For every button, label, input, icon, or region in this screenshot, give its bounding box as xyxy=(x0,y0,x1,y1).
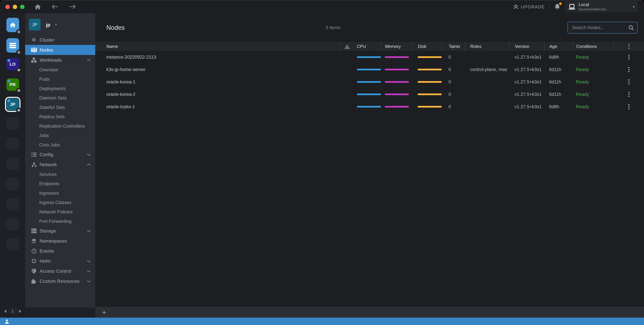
sidebar-cluster-header[interactable]: JP jp ▾ xyxy=(25,13,95,32)
table-row: instance-20220922-2113 0 v1.27.5+k3s1 6d… xyxy=(95,51,644,63)
laptop-icon xyxy=(568,4,576,9)
sidebar-item-endpoints[interactable]: Endpoints xyxy=(25,179,95,188)
sidebar-item-replication-controllers[interactable]: Replication Controllers xyxy=(25,121,95,131)
zoom-window-button[interactable] xyxy=(20,4,24,9)
age-value: 6d11h xyxy=(549,92,561,97)
column-header-roles[interactable]: Roles xyxy=(464,42,509,51)
rail-cluster-jp[interactable]: JP ☸ xyxy=(6,98,19,111)
sidebar-item-overview[interactable]: Overview xyxy=(25,65,95,74)
home-icon[interactable] xyxy=(34,4,41,9)
search-input[interactable] xyxy=(572,25,628,30)
cluster-initials: JP xyxy=(10,102,15,107)
sidebar-item-cron-jobs[interactable]: Cron Jobs xyxy=(25,140,95,149)
rail-home-button[interactable]: ⚙ xyxy=(6,18,19,32)
sidebar-item-label: Namespaces xyxy=(40,238,67,244)
window-controls xyxy=(5,4,24,9)
content-footer: + xyxy=(95,307,644,318)
memory-sparkline xyxy=(385,69,409,70)
app-window: UPGRADE Local lixuexindeMini.lan ▾ xyxy=(0,0,644,325)
sidebar-item-deployments[interactable]: Deployments xyxy=(25,84,95,93)
sidebar-item-workloads[interactable]: Workloads xyxy=(25,55,95,65)
sidebar-item-helm[interactable]: Helm xyxy=(25,256,95,266)
previous-page-arrow[interactable] xyxy=(4,310,6,313)
close-window-button[interactable] xyxy=(5,4,10,9)
version-value: v1.27.5+k3s1 xyxy=(514,67,542,72)
disk-sparkline xyxy=(418,106,442,108)
cpu-sparkline xyxy=(357,56,381,58)
disk-sparkline xyxy=(418,93,442,95)
sidebar-item-namespaces[interactable]: Namespaces xyxy=(25,236,95,246)
sidebar-item-access-control[interactable]: Access Control xyxy=(25,266,95,276)
column-header-taints[interactable]: Taints xyxy=(442,42,464,51)
rail-placeholder xyxy=(6,118,19,130)
table-actions-menu[interactable] xyxy=(614,42,644,51)
kubernetes-wheel-icon: ☸ xyxy=(16,108,22,113)
sidebar-item-cluster[interactable]: ☸ Cluster xyxy=(25,35,95,45)
add-tab-button[interactable]: + xyxy=(102,309,106,316)
kubernetes-wheel-icon: ☸ xyxy=(16,88,22,93)
sidebar-item-replica-sets[interactable]: Replica Sets xyxy=(25,112,95,121)
sidebar-item-config[interactable]: Config xyxy=(25,149,95,159)
column-header-warnings[interactable] xyxy=(340,42,354,51)
upgrade-button[interactable]: UPGRADE xyxy=(513,4,545,9)
node-name-link[interactable]: k3s-jp-home-server xyxy=(106,67,146,72)
sidebar-item-label: Stateful Sets xyxy=(39,105,65,110)
version-value: v1.27.5+k3s1 xyxy=(514,92,542,97)
minimize-window-button[interactable] xyxy=(13,4,17,9)
cluster-switcher[interactable]: Local lixuexindeMini.lan ▾ xyxy=(565,1,638,12)
back-icon[interactable] xyxy=(52,4,58,9)
rail-cluster-list-button[interactable]: ⚙ xyxy=(6,38,19,53)
node-name-link[interactable]: instance-20220922-2113 xyxy=(106,55,156,60)
sidebar-item-ingress-classes[interactable]: Ingress Classes xyxy=(25,198,95,207)
sidebar-item-daemon-sets[interactable]: Daemon Sets xyxy=(25,93,95,102)
column-header-conditions[interactable]: Conditions xyxy=(573,42,614,51)
node-name-link[interactable]: oracle-korea-1 xyxy=(106,79,136,84)
age-value: 6d8h xyxy=(549,104,559,109)
helm-icon xyxy=(31,258,37,264)
disk-sparkline xyxy=(418,69,442,70)
sidebar-item-events[interactable]: Events xyxy=(25,246,95,256)
cluster-status-dot xyxy=(7,99,10,102)
sidebar-item-network[interactable]: Network xyxy=(25,159,95,170)
rail-cluster-lo[interactable]: LO ☸ xyxy=(6,58,19,70)
next-page-arrow[interactable] xyxy=(19,310,21,313)
row-actions-kebab-icon[interactable] xyxy=(628,79,630,85)
column-header-name[interactable]: Name xyxy=(95,42,340,51)
node-name-link[interactable]: oracle-toyko-1 xyxy=(106,104,135,109)
sidebar-item-label: Access Control xyxy=(40,268,71,274)
rail-placeholder xyxy=(6,218,19,230)
forward-icon[interactable] xyxy=(69,4,76,9)
sidebar-item-pods[interactable]: Pods xyxy=(25,74,95,84)
cluster-wheel-icon: ☸ xyxy=(31,37,37,42)
column-header-age[interactable]: Age xyxy=(544,42,573,51)
sidebar-item-label: Network Policies xyxy=(39,209,73,214)
sidebar-item-services[interactable]: Services xyxy=(25,170,95,179)
sidebar-item-stateful-sets[interactable]: Stateful Sets xyxy=(25,102,95,112)
rail-cluster-pr[interactable]: PR ☸ xyxy=(6,78,19,91)
sidebar-item-storage[interactable]: Storage xyxy=(25,226,95,236)
cluster-status-dot xyxy=(7,79,10,82)
row-actions-kebab-icon[interactable] xyxy=(628,92,630,97)
chevron-up-icon xyxy=(87,163,90,166)
row-actions-kebab-icon[interactable] xyxy=(628,104,630,109)
sidebar-item-ingresses[interactable]: Ingresses xyxy=(25,188,95,198)
page-number[interactable]: 1 xyxy=(8,308,17,315)
taints-value: 0 xyxy=(448,92,451,97)
column-header-cpu[interactable]: CPU xyxy=(354,42,381,51)
sidebar-item-port-forwarding[interactable]: Port Forwarding xyxy=(25,216,95,226)
sidebar-item-nodes[interactable]: Nodes xyxy=(25,45,95,55)
row-actions-kebab-icon[interactable] xyxy=(628,55,630,60)
sidebar-item-jobs[interactable]: Jobs xyxy=(25,131,95,140)
sidebar-item-network-policies[interactable]: Network Policies xyxy=(25,207,95,216)
notifications-button[interactable] xyxy=(554,3,560,10)
upgrade-label: UPGRADE xyxy=(521,4,545,9)
column-header-memory[interactable]: Memory xyxy=(381,42,412,51)
sidebar: JP jp ▾ ☸ Cluster Nodes xyxy=(25,13,95,308)
row-actions-kebab-icon[interactable] xyxy=(628,67,630,72)
sidebar-item-label: Overview xyxy=(39,67,58,72)
sidebar-item-custom-resources[interactable]: Custom Resources xyxy=(25,276,95,286)
column-header-disk[interactable]: Disk xyxy=(412,42,442,51)
column-header-version[interactable]: Version xyxy=(509,42,544,51)
node-name-link[interactable]: oracle-korea-2 xyxy=(106,92,136,97)
rail-placeholder xyxy=(6,138,19,150)
